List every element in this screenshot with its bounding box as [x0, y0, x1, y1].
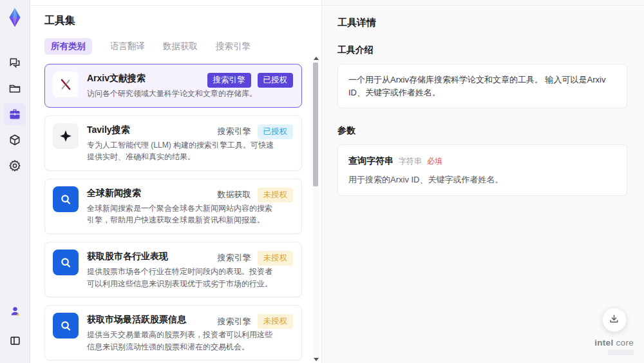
tool-desc: 提供当天交易量最高的股票列表，投资者可以利用这些信息来识别流动性强的股票和潜在的…	[87, 329, 277, 353]
tool-list-panel: 工具集 所有类别 语言翻译 数据获取 搜索引擎 Arxiv文献搜索 访问各个研究…	[30, 0, 322, 363]
param-desc: 用于搜索的Arxiv ID、关键字或作者姓名。	[348, 173, 616, 186]
sidebar-item-account[interactable]	[4, 300, 26, 322]
tool-auth-badge: 未授权	[258, 188, 294, 202]
scrollbar-up-arrow[interactable]	[314, 57, 319, 60]
tool-auth-badge: 已授权	[258, 73, 294, 88]
sidebar-item-models[interactable]	[4, 129, 26, 151]
sidebar-item-collapse[interactable]	[4, 329, 26, 351]
scrollbar-thumb[interactable]	[313, 63, 318, 186]
gear-icon	[8, 159, 21, 172]
intro-text: 一个用于从Arxiv存储库搜索科学论文和文章的工具。 输入可以是Arxiv ID…	[348, 74, 616, 99]
tool-desc: 全球新闻搜索是一个聚合全球各大新闻网站内容的搜索引擎，帮助用户快速获取全球最新资…	[87, 202, 277, 226]
chat-icon	[8, 56, 21, 69]
tool-auth-badge: 未授权	[258, 314, 294, 329]
category-tab-2[interactable]: 数据获取	[163, 38, 198, 55]
panel-toggle-icon	[9, 335, 21, 347]
download-button[interactable]	[602, 308, 627, 332]
intro-heading: 工具介绍	[337, 44, 627, 56]
tab-label: 数据获取	[163, 41, 198, 51]
tool-category-badge: 搜索引擎	[218, 126, 251, 137]
category-tab-0[interactable]: 所有类别	[44, 38, 92, 55]
tool-list: Arxiv文献搜索 访问各个研究领域大量科学论文和文章的存储库。 搜索引擎 已授…	[44, 64, 302, 363]
user-icon	[9, 305, 21, 317]
tool-card[interactable]: Arxiv文献搜索 访问各个研究领域大量科学论文和文章的存储库。 搜索引擎 已授…	[44, 64, 302, 108]
sidebar-item-settings[interactable]	[4, 155, 26, 177]
app-logo-icon	[5, 6, 25, 28]
tool-desc: 提供股票市场各个行业在特定时间段内的表现。投资者可以利用这些信息来识别表现优于或…	[87, 266, 277, 289]
arxiv-icon	[53, 72, 79, 97]
sidebar	[0, 0, 30, 363]
detail-title: 工具详情	[337, 17, 627, 29]
param-type: 字符串	[399, 155, 422, 167]
toolbox-icon	[8, 108, 21, 121]
tool-category-badge: 搜索引擎	[218, 316, 251, 328]
app-window: 工具集 所有类别 语言翻译 数据获取 搜索引擎 Arxiv文献搜索 访问各个研究…	[0, 0, 644, 363]
intel-core-logo: intel core	[594, 338, 634, 355]
tab-label: 搜索引擎	[216, 41, 251, 51]
sidebar-bottom	[4, 296, 26, 355]
tool-card[interactable]: 全球新闻搜索 全球新闻搜索是一个聚合全球各大新闻网站内容的搜索引擎，帮助用户快速…	[44, 179, 302, 234]
tab-label: 语言翻译	[110, 41, 145, 51]
cube-icon	[8, 133, 21, 146]
category-tab-3[interactable]: 搜索引擎	[216, 38, 251, 55]
tool-category-badge: 搜索引擎	[218, 252, 251, 264]
tool-card[interactable]: Tavily搜索 专为人工智能代理 (LLM) 构建的搜索引擎工具。可快速提供实…	[44, 115, 302, 171]
param-list: 查询字符串 字符串 必填 用于搜索的Arxiv ID、关键字或作者姓名。	[337, 144, 627, 196]
sidebar-nav	[4, 48, 26, 181]
download-icon	[609, 313, 620, 326]
tool-auth-badge: 未授权	[258, 251, 294, 266]
category-tab-1[interactable]: 语言翻译	[110, 38, 145, 55]
news-search-icon	[53, 250, 79, 275]
tool-category-badge: 数据获取	[218, 189, 251, 201]
tool-desc: 访问各个研究领域大量科学论文和文章的存储库。	[87, 88, 277, 100]
sidebar-item-chat[interactable]	[4, 52, 26, 74]
tool-desc: 专为人工智能代理 (LLM) 构建的搜索引擎工具。可快速提供实时、准确和真实的结…	[87, 139, 277, 163]
tool-category-badge: 搜索引擎	[207, 73, 251, 88]
sidebar-item-files[interactable]	[4, 77, 26, 99]
intel-wordmark: intel	[594, 338, 613, 348]
tool-card[interactable]: 获取市场最活跃股票信息 提供当天交易量最高的股票列表，投资者可以利用这些信息来识…	[44, 305, 302, 360]
page-title: 工具集	[44, 14, 302, 28]
news-search-icon	[53, 313, 79, 338]
floating-actions: intel core	[594, 308, 634, 355]
scrollbar-down-arrow[interactable]	[314, 358, 319, 361]
news-search-icon	[53, 186, 79, 212]
param-card: 查询字符串 字符串 必填 用于搜索的Arxiv ID、关键字或作者姓名。	[337, 144, 627, 196]
ultra-badge	[608, 349, 634, 355]
params-heading: 参数	[337, 125, 627, 137]
category-tabs: 所有类别 语言翻译 数据获取 搜索引擎	[44, 38, 302, 55]
param-name: 查询字符串	[348, 154, 393, 168]
sidebar-item-tools[interactable]	[4, 103, 26, 125]
tavily-icon	[53, 123, 79, 149]
intro-card: 一个用于从Arxiv存储库搜索科学论文和文章的工具。 输入可以是Arxiv ID…	[337, 64, 627, 108]
tool-detail-panel: 工具详情 工具介绍 一个用于从Arxiv存储库搜索科学论文和文章的工具。 输入可…	[322, 0, 644, 363]
folder-icon	[8, 82, 21, 95]
tab-label: 所有类别	[51, 41, 86, 51]
tool-auth-badge: 已授权	[258, 124, 294, 139]
list-scrollbar[interactable]	[312, 55, 319, 362]
tool-card[interactable]: 获取股市各行业表现 提供股票市场各个行业在特定时间段内的表现。投资者可以利用这些…	[44, 242, 302, 297]
core-wordmark: core	[613, 338, 634, 348]
param-required-badge: 必填	[427, 155, 442, 167]
